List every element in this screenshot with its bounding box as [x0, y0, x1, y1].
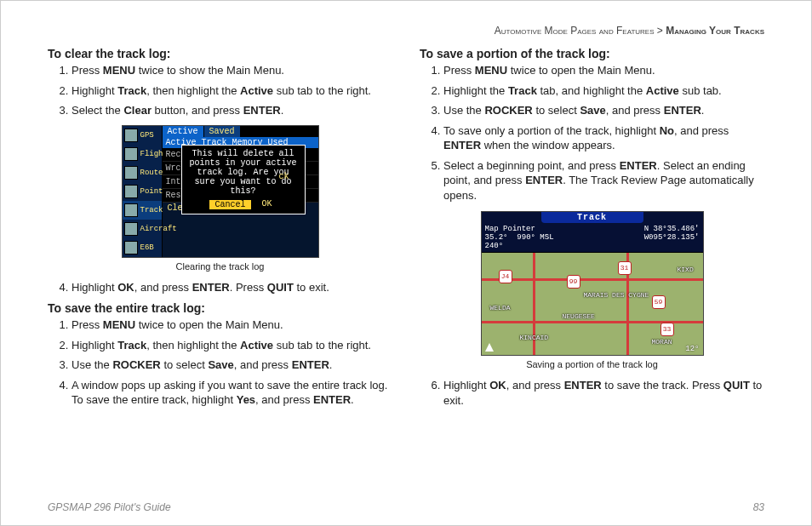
sidebar-item-points[interactable]: Points — [123, 182, 162, 201]
sidebar-item-label: GPS — [140, 131, 154, 140]
menu-icon — [124, 222, 138, 236]
menu-icon — [124, 203, 138, 217]
list-item: Select a beginning point, and press ENTE… — [443, 158, 764, 203]
town-label: KIXD — [678, 266, 694, 273]
list-item: Highlight Track, then highlight the Acti… — [71, 338, 392, 353]
sidebar-item-gps[interactable]: GPS — [123, 126, 162, 145]
map-scale: 12° — [685, 345, 699, 353]
figure-save-portion: Track Map Pointer 35.2° 990° MSL 240° N … — [420, 211, 764, 356]
list-item: Highlight OK, and press ENTER. Press QUI… — [71, 280, 392, 295]
device-screen-clear: GPSFlightRoutePointsTrackAircraftE6B Act… — [122, 125, 319, 258]
figure-caption-clear: Clearing the track log — [48, 261, 392, 272]
info-line2: 35.2° 990° MSL — [485, 233, 554, 242]
sidebar-item-route[interactable]: Route — [123, 163, 162, 182]
list-item: A window pops up asking if you want to s… — [71, 378, 392, 408]
cancel-button[interactable]: Cancel — [209, 199, 251, 210]
sidebar-item-aircraft[interactable]: Aircraft — [123, 220, 162, 238]
sidebar-item-label: Route — [140, 169, 163, 177]
page: Automotive Mode Pages and Features > Man… — [0, 0, 812, 526]
list-item: Press MENU twice to show the Main Menu. — [71, 63, 392, 78]
breadcrumb-sep: > — [655, 25, 666, 37]
list-item: Highlight OK, and press ENTER to save th… — [443, 378, 764, 408]
route-shield: 33 — [660, 323, 674, 336]
breadcrumb: Automotive Mode Pages and Features > Man… — [48, 25, 764, 37]
route-shield: 99 — [567, 275, 580, 289]
save-entire-steps: Press MENU twice to open the Main Menu.H… — [48, 317, 392, 408]
page-number: 83 — [753, 501, 764, 513]
list-item: Use the ROCKER to select Save, and press… — [71, 357, 392, 373]
list-item: Highlight Track, then highlight the Acti… — [71, 83, 392, 99]
breadcrumb-sub: Managing Your Tracks — [666, 25, 764, 37]
town-label: NEUGESEE — [563, 312, 595, 320]
town-label: MARAIS DES CYGNE — [584, 291, 649, 299]
route-shield: J4 — [499, 270, 512, 283]
sidebar-item-e6b[interactable]: E6B — [123, 238, 162, 257]
breadcrumb-section: Automotive Mode Pages and Features — [495, 25, 655, 37]
coord-lon: W095°28.135' — [644, 233, 700, 242]
menu-icon — [124, 185, 138, 198]
clear-track-steps: Press MENU twice to show the Main Menu.H… — [48, 63, 392, 118]
sidebar-item-label: Track — [140, 206, 163, 214]
north-arrow-icon — [485, 343, 494, 352]
town-label: WELDA — [490, 304, 511, 312]
left-column: To clear the track log: Press MENU twice… — [48, 42, 392, 415]
ok-button[interactable]: OK — [257, 199, 277, 210]
sidebar-item-flight[interactable]: Flight — [123, 145, 162, 163]
screen-title: Track — [541, 212, 643, 223]
route-shield: 59 — [652, 295, 666, 309]
content-columns: To clear the track log: Press MENU twice… — [48, 42, 764, 415]
menu-icon — [124, 166, 138, 180]
info-bar: Map Pointer 35.2° 990° MSL 240° N 38°35.… — [482, 223, 703, 252]
footer-guide-title: GPSMAP 296 Pilot's Guide — [48, 501, 171, 513]
sidebar-item-track[interactable]: Track — [123, 201, 162, 220]
heading-clear-track: To clear the track log: — [48, 47, 392, 60]
side-menu: GPSFlightRoutePointsTrackAircraftE6B — [123, 126, 163, 257]
figure-clear-track: GPSFlightRoutePointsTrackAircraftE6B Act… — [48, 125, 392, 258]
menu-icon — [124, 129, 138, 142]
route-shield: 31 — [618, 261, 632, 275]
map-area: 12° J499315933WELDAKINCAIDMORANNEUGESEEM… — [482, 252, 703, 355]
list-item: Select the Clear button, and press ENTER… — [71, 103, 392, 118]
list-item: To save only a portion of the track, hig… — [443, 123, 764, 153]
info-left: Map Pointer 35.2° 990° MSL 240° — [485, 225, 554, 250]
list-item: Press MENU twice to open the Main Menu. — [443, 63, 764, 78]
behind-text: ck — [278, 172, 289, 181]
heading-save-entire: To save the entire track log: — [48, 301, 392, 315]
page-footer: GPSMAP 296 Pilot's Guide 83 — [48, 501, 764, 513]
list-item: Use the ROCKER to select Save, and press… — [443, 103, 764, 118]
heading-save-portion: To save a portion of the track log: — [420, 47, 764, 60]
list-item: Press MENU twice to open the Main Menu. — [71, 317, 392, 333]
town-label: KINCAID — [520, 334, 549, 341]
list-item: Highlight the Track tab, and highlight t… — [443, 83, 764, 99]
town-label: MORAN — [652, 338, 672, 346]
save-portion-steps-cont: Highlight OK, and press ENTER to save th… — [420, 378, 764, 408]
tab-saved[interactable]: Saved — [204, 126, 241, 137]
device-screen-track: Track Map Pointer 35.2° 990° MSL 240° N … — [481, 211, 704, 356]
info-deg: 35.2° — [485, 233, 508, 242]
tabs: ActiveSaved — [163, 126, 318, 137]
tab-active[interactable]: Active — [163, 126, 204, 137]
figure-caption-save: Saving a portion of the track log — [420, 359, 764, 369]
main-panel: ActiveSaved Active Track Memory Used Rec… — [163, 126, 318, 257]
modal-buttons: Cancel OK — [184, 199, 303, 210]
info-heading: 240° — [485, 242, 554, 250]
right-column: To save a portion of the track log: Pres… — [420, 42, 764, 415]
coord-lat: N 38°35.486' — [644, 225, 700, 233]
sidebar-item-label: E6B — [140, 243, 154, 252]
menu-icon — [124, 241, 138, 254]
save-portion-steps: Press MENU twice to open the Main Menu.H… — [420, 63, 764, 203]
info-right: N 38°35.486' W095°28.135' — [644, 225, 700, 250]
map-pointer-label: Map Pointer — [485, 225, 554, 233]
info-msl: 990° MSL — [517, 233, 553, 242]
menu-icon — [124, 147, 138, 161]
clear-track-steps-cont: Highlight OK, and press ENTER. Press QUI… — [48, 280, 392, 295]
